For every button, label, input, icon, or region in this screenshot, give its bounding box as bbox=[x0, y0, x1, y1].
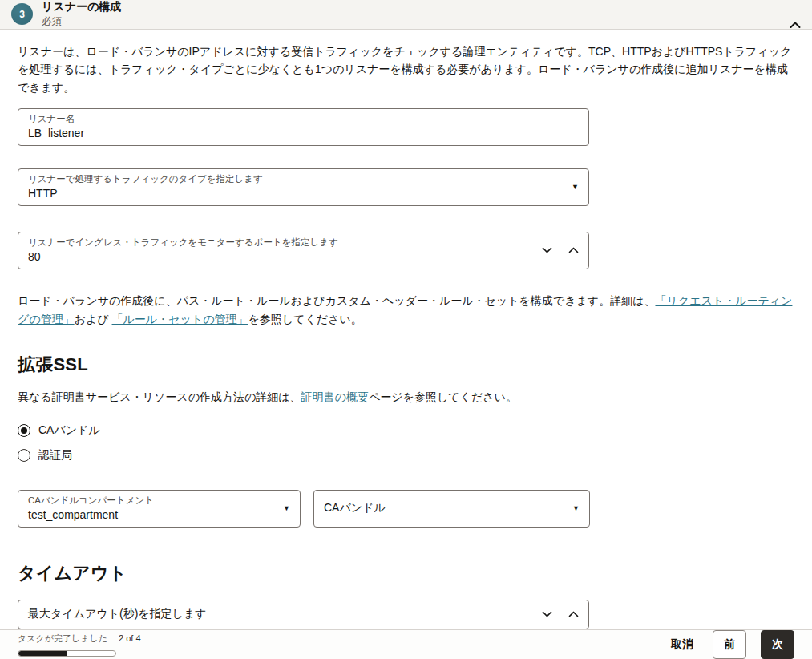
port-stepper-controls bbox=[542, 247, 579, 253]
timeout-stepper-controls bbox=[542, 611, 579, 617]
step-title: リスナーの構成 bbox=[42, 0, 121, 14]
listener-intro-text: リスナーは、ロード・バランサのIPアドレスに対する受信トラフィックをチェックする… bbox=[18, 42, 794, 97]
stepper-decrement-chevron-down-icon[interactable] bbox=[542, 247, 552, 253]
cancel-button[interactable]: 取消 bbox=[666, 631, 698, 658]
collapse-section-button[interactable] bbox=[785, 14, 806, 35]
routing-note-part2: および bbox=[75, 313, 112, 325]
listener-name-field-main: リスナー名 LB_listener bbox=[28, 113, 579, 140]
footer-buttons: 取消 前 次 bbox=[666, 630, 794, 659]
ca-bundle-main: CAバンドル bbox=[324, 501, 566, 515]
max-timeout-main: 最大タイムアウト(秒)を指定します bbox=[28, 607, 535, 621]
listener-intro-text-span: リスナーは、ロード・バランサのIPアドレスに対する受信トラフィックをチェックする… bbox=[18, 45, 791, 94]
step-content: リスナーは、ロード・バランサのIPアドレスに対する受信トラフィックをチェックする… bbox=[0, 30, 812, 630]
chevron-up-icon bbox=[790, 19, 801, 31]
traffic-type-value: HTTP bbox=[28, 186, 565, 200]
stepper-decrement-chevron-down-icon[interactable] bbox=[542, 611, 552, 617]
stepper-increment-chevron-up-icon[interactable] bbox=[568, 611, 579, 617]
ca-bundle-dropdown-row: CAバンドルコンパートメント test_compartment ▼ CAバンドル… bbox=[18, 490, 794, 528]
step-header-text: リスナーの構成 必須 bbox=[42, 0, 121, 29]
max-timeout-placeholder: 最大タイムアウト(秒)を指定します bbox=[28, 607, 535, 621]
ca-bundle-placeholder: CAバンドル bbox=[324, 501, 566, 515]
previous-button[interactable]: 前 bbox=[713, 630, 746, 659]
certificate-note-text: 異なる証明書サービス・リソースの作成方法の詳細は、証明書の概要ページを参照してく… bbox=[18, 388, 794, 406]
port-value: 80 bbox=[28, 249, 535, 264]
max-timeout-stepper-field[interactable]: 最大タイムアウト(秒)を指定します bbox=[18, 600, 589, 629]
rule-set-management-link[interactable]: 「ルール・セットの管理」 bbox=[112, 313, 248, 325]
routing-note-part1: ロード・バランサの作成後に、パス・ルート・ルールおよびカスタム・ヘッダー・ルール… bbox=[18, 294, 655, 307]
port-stepper-field[interactable]: リスナーでイングレス・トラフィックをモニターするポートを指定します 80 bbox=[18, 232, 589, 269]
listener-name-value: LB_listener bbox=[28, 126, 579, 140]
traffic-type-select[interactable]: リスナーで処理するトラフィックのタイプを指定します HTTP ▼ bbox=[18, 168, 589, 206]
port-label: リスナーでイングレス・トラフィックをモニターするポートを指定します bbox=[28, 237, 535, 249]
certificate-overview-link[interactable]: 証明書の概要 bbox=[301, 390, 369, 403]
dropdown-caret-icon: ▼ bbox=[283, 504, 290, 512]
ca-bundle-compartment-value: test_compartment bbox=[28, 507, 277, 522]
traffic-type-label: リスナーで処理するトラフィックのタイプを指定します bbox=[28, 173, 565, 185]
advanced-ssl-heading: 拡張SSL bbox=[18, 353, 794, 377]
certificate-note-part1: 異なる証明書サービス・リソースの作成方法の詳細は、 bbox=[18, 390, 301, 403]
ca-bundle-select[interactable]: CAバンドル ▼ bbox=[313, 490, 590, 528]
step-header: 3 リスナーの構成 必須 bbox=[0, 0, 812, 30]
ca-bundle-compartment-select[interactable]: CAバンドルコンパートメント test_compartment ▼ bbox=[18, 490, 301, 528]
progress-count: 2 of 4 bbox=[119, 633, 141, 643]
radio-certificate-authority-label: 認証局 bbox=[38, 448, 72, 463]
progress-indicator: タスクが完了しました 2 of 4 bbox=[18, 633, 141, 657]
ca-bundle-compartment-main: CAバンドルコンパートメント test_compartment bbox=[28, 495, 277, 522]
stepper-increment-chevron-up-icon[interactable] bbox=[568, 247, 579, 253]
next-button[interactable]: 次 bbox=[761, 630, 794, 659]
radio-ca-bundle-label: CAバンドル bbox=[38, 423, 100, 438]
routing-note-text: ロード・バランサの作成後に、パス・ルート・ルールおよびカスタム・ヘッダー・ルール… bbox=[18, 292, 794, 328]
radio-option-certificate-authority[interactable]: 認証局 bbox=[18, 448, 72, 463]
port-field-main: リスナーでイングレス・トラフィックをモニターするポートを指定します 80 bbox=[28, 237, 535, 264]
timeout-heading: タイムアウト bbox=[18, 561, 794, 585]
progress-bar-fill bbox=[18, 651, 67, 656]
wizard-footer: タスクが完了しました 2 of 4 取消 前 次 bbox=[0, 629, 812, 659]
certificate-note-part2: ページを参照してください。 bbox=[369, 390, 517, 403]
radio-option-ca-bundle[interactable]: CAバンドル bbox=[18, 423, 100, 438]
listener-name-field[interactable]: リスナー名 LB_listener bbox=[18, 108, 589, 146]
progress-bar-track bbox=[18, 650, 116, 657]
step-subtitle: 必須 bbox=[42, 15, 121, 29]
listener-name-label: リスナー名 bbox=[28, 113, 579, 125]
progress-text: タスクが完了しました 2 of 4 bbox=[18, 633, 141, 645]
radio-selected-icon bbox=[18, 424, 30, 437]
dropdown-caret-icon: ▼ bbox=[572, 504, 580, 512]
certificate-source-radio-group: CAバンドル 認証局 bbox=[18, 423, 794, 463]
dropdown-caret-icon: ▼ bbox=[572, 183, 579, 191]
step-number-badge: 3 bbox=[11, 3, 33, 25]
routing-note-part3: を参照してください。 bbox=[248, 313, 362, 325]
ca-bundle-compartment-label: CAバンドルコンパートメント bbox=[28, 495, 277, 507]
traffic-type-main: リスナーで処理するトラフィックのタイプを指定します HTTP bbox=[28, 173, 565, 200]
progress-label: タスクが完了しました bbox=[18, 633, 107, 645]
listener-configuration-step: 3 リスナーの構成 必須 リスナーは、ロード・バランサのIPアドレスに対する受信… bbox=[0, 0, 812, 659]
radio-unselected-icon bbox=[18, 449, 30, 462]
